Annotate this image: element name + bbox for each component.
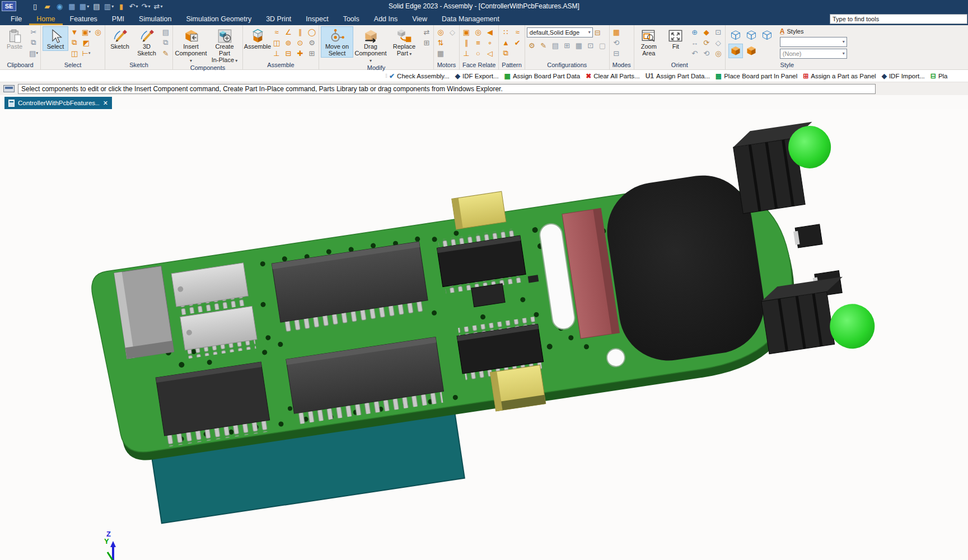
sketch-relations-icon[interactable]: ✎ bbox=[161, 48, 171, 58]
toolbar-grip[interactable]: ⁞⁞ bbox=[385, 73, 387, 79]
undo-icon[interactable]: ↶▾ bbox=[129, 2, 138, 11]
insert-component-button[interactable]: Insert Component bbox=[175, 26, 207, 64]
redo-icon[interactable]: ↷▾ bbox=[142, 2, 150, 11]
sketch-sheets-icon[interactable]: ▤ bbox=[161, 27, 171, 37]
save-configuration-icon[interactable]: ⊟ bbox=[595, 29, 601, 37]
shaded-icon[interactable] bbox=[728, 44, 743, 58]
paste-button[interactable]: Paste bbox=[2, 26, 27, 51]
fit-button[interactable]: Fit bbox=[663, 26, 689, 51]
planar-relate-icon[interactable]: ▣ bbox=[461, 27, 471, 37]
tab-close-icon[interactable]: ✕ bbox=[103, 100, 108, 107]
motor-table-icon[interactable]: ▦ bbox=[436, 48, 446, 58]
pan-icon[interactable]: ↔ bbox=[690, 37, 700, 48]
new-document-icon[interactable]: ▯ bbox=[31, 2, 39, 11]
menu-tab-home[interactable]: Home bbox=[29, 12, 62, 25]
drag-component-button[interactable]: Drag Component bbox=[354, 26, 387, 64]
capacitor-yellow[interactable] bbox=[490, 365, 545, 411]
preview-icon[interactable]: ◉ bbox=[55, 2, 64, 11]
clone-component-icon[interactable]: ✔ bbox=[512, 37, 522, 48]
menu-tab-tools[interactable]: Tools bbox=[336, 12, 367, 25]
menu-tab-inspect[interactable]: Inspect bbox=[298, 12, 335, 25]
mate-icon[interactable]: ◫ bbox=[272, 37, 282, 48]
previous-view-icon[interactable]: ↶ bbox=[690, 48, 700, 58]
check-assembly-button[interactable]: ✔Check Assembly... bbox=[389, 72, 450, 80]
select-add-icon[interactable]: ⧉ bbox=[69, 37, 80, 48]
sketch-3d-button[interactable]: 3D Sketch bbox=[134, 26, 160, 58]
repeat-icon[interactable]: ⇄▾ bbox=[154, 2, 162, 11]
exploded-view-icon[interactable]: ⊞ bbox=[562, 40, 572, 50]
view-window-icon[interactable]: ⊡ bbox=[713, 27, 723, 37]
menu-tab-3d-print[interactable]: 3D Print bbox=[259, 12, 298, 25]
tangent-face-icon[interactable]: ○ bbox=[473, 48, 483, 58]
offset-face-icon[interactable]: ≡ bbox=[473, 37, 483, 48]
menu-tab-simulation[interactable]: Simulation bbox=[132, 12, 179, 25]
assemble-button[interactable]: Assemble bbox=[245, 26, 270, 51]
property-manager-icon[interactable]: ▤ bbox=[92, 2, 101, 11]
save-icon[interactable]: ▦ bbox=[68, 2, 76, 11]
menu-tab-view[interactable]: View bbox=[405, 12, 434, 25]
simplify-mode-icon[interactable]: ▦ bbox=[611, 27, 621, 37]
select-box-icon[interactable]: ◫ bbox=[69, 48, 80, 58]
menu-tab-simulation-geometry[interactable]: Simulation Geometry bbox=[179, 12, 259, 25]
paste-special-icon[interactable]: ▤▾ bbox=[29, 48, 39, 58]
select-button[interactable]: Select bbox=[43, 26, 68, 51]
exit-icon[interactable]: ▮ bbox=[117, 2, 125, 11]
perpendicular-face-icon[interactable]: ⊥ bbox=[461, 48, 471, 58]
idf-export-button[interactable]: ◆IDF Export... bbox=[455, 72, 499, 80]
model-save-icon[interactable]: ⊟ bbox=[611, 48, 621, 58]
menu-tab-file[interactable]: File bbox=[3, 12, 29, 25]
display-configurations-icon[interactable]: ▦ bbox=[574, 40, 584, 50]
copy-icon[interactable]: ⧉ bbox=[29, 37, 39, 48]
select-component-icon[interactable]: ◩ bbox=[81, 37, 91, 48]
parallel-icon[interactable]: ∥ bbox=[295, 27, 305, 37]
linear-motor-icon[interactable]: ⇅ bbox=[436, 37, 446, 48]
style-combobox[interactable] bbox=[780, 37, 847, 47]
assembly-viewport[interactable]: Z Y bbox=[0, 109, 968, 560]
open-icon[interactable]: ▰ bbox=[43, 2, 52, 11]
menu-tab-data-management[interactable]: Data Management bbox=[434, 12, 507, 25]
find-tools-input[interactable]: Type to find tools bbox=[830, 14, 967, 24]
menu-tab-add-ins[interactable]: Add Ins bbox=[367, 12, 405, 25]
edit-configuration-icon[interactable]: ✎ bbox=[539, 40, 549, 50]
pattern-icon[interactable]: ∷ bbox=[501, 27, 511, 37]
configuration-settings-icon[interactable]: ▤ bbox=[550, 40, 560, 50]
angle-relate-icon[interactable]: ◁ bbox=[485, 48, 495, 58]
axial-align-icon[interactable]: ⊚ bbox=[283, 37, 293, 48]
app-logo[interactable]: SE bbox=[2, 1, 16, 11]
refresh-view-icon[interactable]: ⟲ bbox=[702, 48, 712, 58]
assign-part-as-panel-button[interactable]: ⊞Assign a Part as Panel bbox=[803, 72, 876, 80]
query-select-icon[interactable]: ◎ bbox=[93, 27, 103, 37]
wireframe-icon[interactable] bbox=[760, 28, 774, 43]
move-part-icon[interactable]: ⇄ bbox=[422, 27, 432, 37]
save-as-icon[interactable]: ▦▾ bbox=[80, 2, 88, 11]
gear-relation-icon[interactable]: ⚙ bbox=[307, 37, 317, 48]
menu-tab-pmi[interactable]: PMI bbox=[105, 12, 132, 25]
replace-part-button[interactable]: Replace Part bbox=[388, 26, 420, 58]
select-filter-icon[interactable]: ▼ bbox=[69, 27, 80, 37]
flash-fit-icon[interactable]: ≈ bbox=[272, 27, 282, 37]
pattern-along-curve-icon[interactable]: ≈ bbox=[512, 27, 522, 37]
rotation-motor-icon[interactable]: ◎ bbox=[436, 27, 446, 37]
select-handle-icon[interactable]: ⊢▾ bbox=[81, 48, 91, 58]
motor-group-icon[interactable]: ◇ bbox=[447, 27, 457, 37]
document-tab[interactable]: ControllerWithPcbFeatures... ✕ bbox=[4, 97, 112, 109]
connect-point-icon[interactable]: ∘ bbox=[485, 37, 495, 48]
concentric-icon[interactable]: ◎ bbox=[473, 27, 483, 37]
face-style-combobox[interactable]: (None) bbox=[780, 49, 847, 59]
assign-board-part-data-button[interactable]: ▦Assign Board Part Data bbox=[504, 72, 581, 80]
revise-mode-icon[interactable]: ⟲ bbox=[611, 37, 621, 48]
idf-import-button[interactable]: ◆IDF Import... bbox=[882, 72, 925, 80]
common-views-icon[interactable]: ◆ bbox=[702, 27, 712, 37]
camera-view-icon[interactable]: ◎ bbox=[713, 48, 723, 58]
duplicate-components-icon[interactable]: ⧉ bbox=[501, 48, 511, 58]
match-coordinate-systems-icon[interactable]: ✚ bbox=[295, 48, 305, 58]
insert-relation-icon[interactable]: ⊙ bbox=[295, 37, 305, 48]
rigid-set-icon[interactable]: ⊞ bbox=[307, 48, 317, 58]
center-plane-icon[interactable]: ⊟ bbox=[283, 48, 293, 58]
tangent-icon[interactable]: ◯ bbox=[307, 27, 317, 37]
angle-icon[interactable]: ∠ bbox=[283, 27, 293, 37]
application-settings-icon[interactable]: ▥▾ bbox=[105, 2, 113, 11]
zone-box-icon[interactable]: ▢ bbox=[597, 40, 607, 50]
place-part-button[interactable]: ⊟Pla bbox=[930, 72, 948, 80]
look-at-face-icon[interactable]: ◇ bbox=[713, 37, 723, 48]
